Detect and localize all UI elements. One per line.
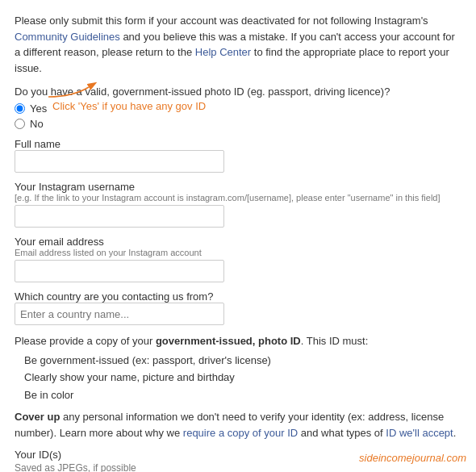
no-label: No — [30, 118, 44, 130]
watermark: sideincomejournal.com — [359, 452, 466, 464]
photo-id-question-section: Do you have a valid, government-issued p… — [15, 86, 461, 130]
require-copy-link[interactable]: require a copy of your ID — [183, 427, 298, 439]
email-label: Your email address — [15, 236, 104, 248]
country-input[interactable] — [15, 303, 224, 325]
username-hint: [e.g. If the link to your Instagram acco… — [15, 193, 461, 203]
intro-paragraph: Please only submit this form if your acc… — [15, 13, 461, 76]
id-req-item-2: Clearly show your name, picture and birt… — [24, 370, 461, 386]
country-field-group: Which country are you contacting us from… — [15, 290, 461, 325]
cover-text4: . — [453, 427, 457, 439]
radio-group: Yes No — [15, 102, 461, 130]
help-center-link[interactable]: Help Center — [195, 46, 251, 58]
id-accept-link[interactable]: ID we'll accept — [386, 427, 453, 439]
yes-label: Yes — [30, 102, 47, 115]
photo-id-question-label: Do you have a valid, government-issued p… — [15, 86, 461, 98]
email-input[interactable] — [15, 260, 224, 282]
id-intro-bold: government-issued, photo ID — [156, 335, 301, 347]
email-field-group: Your email address Email address listed … — [15, 236, 461, 282]
cover-up-bold: Cover up — [15, 411, 60, 423]
country-label: Which country are you contacting us from… — [15, 290, 213, 303]
cover-text-paragraph: Cover up any personal information we don… — [15, 409, 461, 441]
fullname-field-group: Full name — [15, 138, 461, 173]
email-hint: Email address listed on your Instagram a… — [15, 248, 461, 257]
id-req-item-3: Be in color — [24, 387, 461, 403]
username-label: Your Instagram username — [15, 181, 135, 193]
id-req-item-1: Be government-issued (ex: passport, driv… — [24, 353, 461, 369]
username-field-group: Your Instagram username [e.g. If the lin… — [15, 181, 461, 228]
cover-text3: and what types of — [298, 427, 386, 439]
yes-radio[interactable] — [15, 103, 25, 114]
id-requirements-list: Be government-issued (ex: passport, driv… — [15, 353, 461, 403]
id-intro-text2: . This ID must: — [301, 335, 369, 347]
id-req-intro: Please provide a copy of your government… — [15, 333, 461, 349]
fullname-label: Full name — [15, 138, 61, 150]
no-radio-row: No — [15, 118, 461, 130]
no-radio[interactable] — [15, 119, 25, 129]
username-input[interactable] — [15, 205, 224, 228]
community-guidelines-link[interactable]: Community Guidelines — [15, 31, 120, 43]
id-intro-text1: Please provide a copy of your — [15, 335, 156, 347]
id-requirements-section: Please provide a copy of your government… — [15, 333, 461, 403]
intro-text1: Please only submit this form if your acc… — [15, 15, 428, 27]
yes-radio-row: Yes — [15, 102, 461, 115]
fullname-input[interactable] — [15, 150, 224, 173]
